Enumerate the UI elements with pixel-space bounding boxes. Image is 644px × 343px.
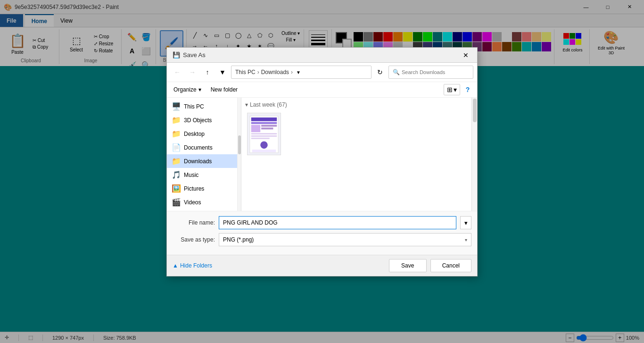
search-bar: 🔍 xyxy=(388,66,473,79)
search-input[interactable] xyxy=(402,69,469,75)
save-as-dialog: 💾 Save As ✕ ← → ↑ ▼ This PC › Downloads … xyxy=(166,47,478,276)
videos-icon: 🎬 xyxy=(172,198,181,207)
cancel-button[interactable]: Cancel xyxy=(430,259,471,272)
dialog-title-icon: 💾 xyxy=(173,51,180,59)
dialog-body: 🖥️ This PC 📁 3D Objects 📁 Desktop 📄 Docu… xyxy=(167,98,477,211)
sidebar-scrollbar xyxy=(238,98,241,211)
dialog-main: ▾ Last week (67) xyxy=(241,98,471,211)
filename-row: File name: ▾ xyxy=(173,216,471,229)
savetype-select[interactable]: PNG (*.png) ▾ xyxy=(219,233,471,246)
svg-rect-4 xyxy=(251,125,260,133)
sidebar-item-pictures[interactable]: 🖼️ Pictures xyxy=(167,182,237,195)
svg-rect-5 xyxy=(261,125,277,127)
nav-up-button[interactable]: ↑ xyxy=(201,66,214,79)
svg-rect-7 xyxy=(251,133,277,134)
breadcrumb-downloads[interactable]: Downloads xyxy=(261,69,289,75)
nav-recent-button[interactable]: ▼ xyxy=(216,66,229,79)
file-thumbnail-1 xyxy=(247,113,281,155)
group-collapse-icon: ▾ xyxy=(245,101,248,108)
hide-folders-button[interactable]: ▲ Hide Folders xyxy=(173,262,212,269)
downloads-icon: 📁 xyxy=(172,157,181,166)
documents-icon: 📄 xyxy=(172,143,181,152)
sidebar-item-desktop[interactable]: 📁 Desktop xyxy=(167,127,237,141)
view-icon: ⊞ xyxy=(447,86,453,93)
savetype-label: Save as type: xyxy=(173,236,215,243)
sidebar-scrollbar-thumb[interactable] xyxy=(238,135,241,154)
svg-rect-8 xyxy=(251,135,277,137)
nav-back-button[interactable]: ← xyxy=(171,66,184,79)
filename-dropdown[interactable]: ▾ xyxy=(460,216,471,229)
svg-rect-11 xyxy=(252,150,276,152)
breadcrumb-bar: This PC › Downloads › ▼ xyxy=(231,66,372,79)
sidebar-item-downloads[interactable]: 📁 Downloads xyxy=(167,154,237,168)
savetype-arrow: ▾ xyxy=(465,237,467,243)
group-header-lastweek[interactable]: ▾ Last week (67) xyxy=(245,101,468,108)
filename-label: File name: xyxy=(173,219,215,226)
svg-rect-9 xyxy=(251,138,270,139)
savetype-row: Save as type: PNG (*.png) ▾ xyxy=(173,233,471,246)
svg-rect-2 xyxy=(251,117,277,121)
sidebar-item-documents[interactable]: 📄 Documents xyxy=(167,141,237,154)
dialog-overlay: 💾 Save As ✕ ← → ↑ ▼ This PC › Downloads … xyxy=(0,0,644,343)
sidebar-item-3dobjects[interactable]: 📁 3D Objects xyxy=(167,113,237,127)
organize-chevron: ▾ xyxy=(198,86,201,93)
svg-rect-3 xyxy=(251,122,277,124)
dialog-footer: ▲ Hide Folders Save Cancel xyxy=(167,255,477,276)
pictures-icon: 🖼️ xyxy=(172,184,181,193)
breadcrumb-thispc[interactable]: This PC xyxy=(235,69,256,75)
organize-button[interactable]: Organize ▾ xyxy=(171,85,204,94)
sidebar-item-music[interactable]: 🎵 Music xyxy=(167,168,237,182)
breadcrumb-dropdown[interactable]: ▼ xyxy=(295,70,302,75)
new-folder-button[interactable]: New folder xyxy=(208,85,240,94)
sidebar-item-thispc[interactable]: 🖥️ This PC xyxy=(167,100,237,113)
svg-point-10 xyxy=(260,142,268,149)
hide-folders-icon: ▲ xyxy=(173,262,178,269)
nav-refresh-button[interactable]: ↻ xyxy=(373,66,387,79)
help-button[interactable]: ? xyxy=(462,84,473,95)
svg-rect-6 xyxy=(261,127,273,129)
dialog-toolbar: Organize ▾ New folder ⊞ ▾ ? xyxy=(167,82,477,98)
dialog-sidebar: 🖥️ This PC 📁 3D Objects 📁 Desktop 📄 Docu… xyxy=(167,98,238,211)
desktop-icon: 📁 xyxy=(172,129,181,138)
dialog-close-button[interactable]: ✕ xyxy=(460,50,471,61)
filename-input[interactable] xyxy=(219,216,456,229)
thispc-icon: 🖥️ xyxy=(172,102,181,111)
sidebar-item-videos[interactable]: 🎬 Videos xyxy=(167,195,237,209)
3dobjects-icon: 📁 xyxy=(172,116,181,125)
file-thumbnail-svg xyxy=(248,113,281,155)
dialog-title: 💾 Save As xyxy=(173,51,206,59)
dialog-action-buttons: Save Cancel xyxy=(389,259,471,272)
main-scrollbar-thumb[interactable] xyxy=(473,99,477,122)
main-scrollbar xyxy=(471,98,477,211)
dialog-nav: ← → ↑ ▼ This PC › Downloads › ▼ ↻ 🔍 xyxy=(167,63,477,82)
file-item-1[interactable] xyxy=(245,111,283,157)
save-button[interactable]: Save xyxy=(389,259,427,272)
view-toggle-button[interactable]: ⊞ ▾ xyxy=(444,84,460,95)
dialog-details: File name: ▾ Save as type: PNG (*.png) ▾ xyxy=(167,211,477,255)
dialog-title-bar: 💾 Save As ✕ xyxy=(167,48,477,63)
file-grid xyxy=(245,111,468,157)
view-chevron: ▾ xyxy=(454,86,457,93)
breadcrumb-sep-1: › xyxy=(257,69,259,75)
search-icon: 🔍 xyxy=(393,69,400,75)
breadcrumb-sep-2: › xyxy=(291,69,293,75)
music-icon: 🎵 xyxy=(172,170,181,179)
nav-forward-button[interactable]: → xyxy=(186,66,199,79)
